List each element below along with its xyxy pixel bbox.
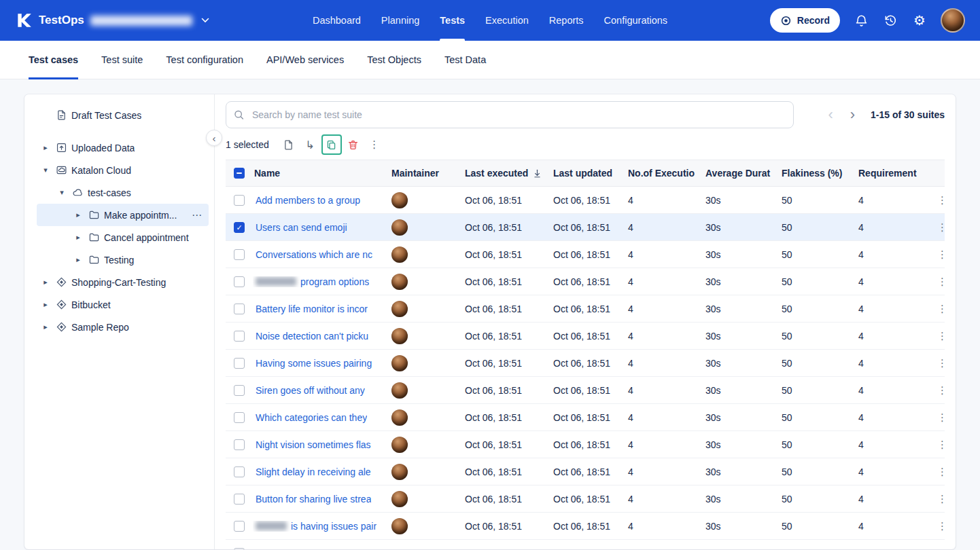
row-actions-kebab-icon[interactable]: ⋮ xyxy=(937,303,947,315)
row-checkbox[interactable] xyxy=(234,195,245,206)
row-actions-kebab-icon[interactable]: ⋮ xyxy=(937,384,947,397)
chevron-collapsed-icon[interactable]: ▸ xyxy=(38,323,53,331)
test-case-link[interactable]: is having issues pair xyxy=(291,521,377,532)
test-case-link[interactable]: Siren goes off without any xyxy=(256,385,365,396)
tree-item-sample-repo[interactable]: ▸Sample Repo xyxy=(37,316,209,338)
row-actions-kebab-icon[interactable]: ⋮ xyxy=(937,221,947,234)
tree-item-uploaded-data[interactable]: ▸Uploaded Data xyxy=(37,136,209,159)
column-header-name[interactable]: Name xyxy=(253,168,390,179)
nav-item-planning[interactable]: Planning xyxy=(381,0,419,41)
column-header-maintainer[interactable]: Maintainer xyxy=(390,168,463,179)
row-checkbox[interactable] xyxy=(234,521,245,532)
test-case-link[interactable]: Noise detection can't picku xyxy=(256,331,368,342)
more-actions-icon[interactable]: ⋯ xyxy=(192,209,202,221)
sort-descending-icon[interactable] xyxy=(532,168,542,179)
row-checkbox[interactable] xyxy=(234,222,245,233)
tab-test-objects[interactable]: Test Objects xyxy=(367,41,421,79)
row-actions-kebab-icon[interactable]: ⋮ xyxy=(937,520,947,532)
test-case-link[interactable]: Night vision sometimes flas xyxy=(256,439,371,450)
nav-item-reports[interactable]: Reports xyxy=(549,0,584,41)
tree-item-draft-test-cases[interactable]: Draft Test Cases xyxy=(37,104,209,126)
nav-item-configurations[interactable]: Configurations xyxy=(604,0,668,41)
row-checkbox[interactable] xyxy=(234,385,245,396)
prev-page-button[interactable]: ‹ xyxy=(826,107,834,122)
collapse-sidebar-button[interactable]: ‹ xyxy=(206,130,222,146)
search-input[interactable] xyxy=(226,101,794,128)
tree-item-bitbucket[interactable]: ▸Bitbucket xyxy=(37,293,209,316)
select-all-checkbox[interactable] xyxy=(234,168,245,179)
chevron-expanded-icon[interactable]: ▾ xyxy=(54,188,69,197)
column-header-average-durat[interactable]: Average Durat xyxy=(704,168,780,179)
tab-test-suite[interactable]: Test suite xyxy=(101,41,143,79)
tab-test-cases[interactable]: Test cases xyxy=(29,41,78,79)
row-checkbox[interactable] xyxy=(234,439,245,450)
chevron-collapsed-icon[interactable]: ▸ xyxy=(38,143,53,152)
copy-button[interactable] xyxy=(321,134,342,155)
chevron-collapsed-icon[interactable]: ▸ xyxy=(71,233,86,242)
tab-api-web-services[interactable]: API/Web services xyxy=(266,41,344,79)
history-icon[interactable] xyxy=(882,12,898,29)
row-checkbox[interactable] xyxy=(234,548,245,549)
move-icon[interactable]: ↳ xyxy=(300,135,319,154)
tree-item-make-appointm[interactable]: ▸Make appointm...⋯ xyxy=(37,204,209,226)
column-header-last-executed[interactable]: Last executed xyxy=(463,168,552,179)
table-row: Button for sharing live streaOct 06, 18:… xyxy=(226,485,945,513)
tree-item-test-cases[interactable]: ▾test-cases xyxy=(37,181,209,204)
row-checkbox[interactable] xyxy=(234,412,245,423)
test-case-link[interactable]: program options xyxy=(300,276,369,287)
test-case-link[interactable]: Users can send emoji xyxy=(256,222,347,233)
row-actions-kebab-icon[interactable]: ⋮ xyxy=(937,330,947,342)
report-icon[interactable] xyxy=(279,135,298,154)
record-button[interactable]: Record xyxy=(770,8,840,33)
settings-gear-icon[interactable]: ⚙ xyxy=(911,12,928,29)
row-actions-kebab-icon[interactable]: ⋮ xyxy=(937,357,947,369)
column-header-requirement[interactable]: Requirement xyxy=(857,168,937,179)
test-case-link[interactable]: Having some issues pairing xyxy=(256,358,372,369)
test-case-link[interactable]: Add members to a group xyxy=(256,195,360,206)
tree-item-cancel-appointment[interactable]: ▸Cancel appointment xyxy=(37,226,209,249)
chevron-collapsed-icon[interactable]: ▸ xyxy=(38,278,53,287)
row-checkbox[interactable] xyxy=(234,494,245,505)
notifications-bell-icon[interactable] xyxy=(853,12,869,29)
row-actions-kebab-icon[interactable]: ⋮ xyxy=(937,466,947,478)
row-actions-kebab-icon[interactable]: ⋮ xyxy=(937,194,947,206)
row-actions-kebab-icon[interactable]: ⋮ xyxy=(937,276,947,288)
column-header-flakiness[interactable]: Flakiness (%) xyxy=(780,168,857,179)
row-checkbox[interactable] xyxy=(234,358,245,369)
test-case-link[interactable]: Conversations which are nc xyxy=(256,249,372,260)
delete-icon[interactable] xyxy=(344,135,363,154)
row-actions-kebab-icon[interactable]: ⋮ xyxy=(937,439,947,451)
nav-item-execution[interactable]: Execution xyxy=(485,0,529,41)
chevron-collapsed-icon[interactable]: ▸ xyxy=(38,300,53,309)
tree-item-katalon-cloud[interactable]: ▾Katalon Cloud xyxy=(37,159,209,181)
tree-item-testing[interactable]: ▸Testing xyxy=(37,249,209,271)
nav-item-dashboard[interactable]: Dashboard xyxy=(313,0,361,41)
chevron-down-icon[interactable] xyxy=(201,18,209,23)
row-actions-kebab-icon[interactable]: ⋮ xyxy=(937,493,947,505)
next-page-button[interactable]: › xyxy=(849,107,856,122)
test-case-link[interactable]: Slight delay in receiving ale xyxy=(256,466,371,477)
chevron-collapsed-icon[interactable]: ▸ xyxy=(71,255,86,264)
row-checkbox[interactable] xyxy=(234,466,245,477)
row-actions-kebab-icon[interactable]: ⋮ xyxy=(937,411,947,424)
brand[interactable]: TestOps xyxy=(15,12,239,29)
column-header-no-of-executio[interactable]: No.of Executio xyxy=(627,168,704,179)
tree-item-shopping-cart-testing[interactable]: ▸Shopping-Cart-Testing xyxy=(37,271,209,293)
test-case-link[interactable]: Button for sharing live strea xyxy=(256,494,371,505)
column-header-last-updated[interactable]: Last updated xyxy=(552,168,627,179)
more-actions-kebab-icon[interactable]: ⋮ xyxy=(365,135,384,154)
chevron-collapsed-icon[interactable]: ▸ xyxy=(71,210,86,219)
row-actions-kebab-icon[interactable]: ⋮ xyxy=(937,249,947,261)
row-checkbox[interactable] xyxy=(234,276,245,287)
row-checkbox[interactable] xyxy=(234,304,245,314)
tab-test-configuration[interactable]: Test configuration xyxy=(166,41,243,79)
test-case-link[interactable]: Battery life monitor is incor xyxy=(256,304,368,314)
row-checkbox[interactable] xyxy=(234,331,245,342)
chevron-expanded-icon[interactable]: ▾ xyxy=(38,166,53,175)
tab-test-data[interactable]: Test Data xyxy=(444,41,486,79)
row-checkbox[interactable] xyxy=(234,249,245,260)
user-avatar[interactable] xyxy=(941,8,965,33)
test-case-link[interactable]: Which categories can they xyxy=(256,412,367,423)
last-executed-cell: Oct 06, 18:51 xyxy=(463,304,552,314)
nav-item-tests[interactable]: Tests xyxy=(440,0,465,41)
